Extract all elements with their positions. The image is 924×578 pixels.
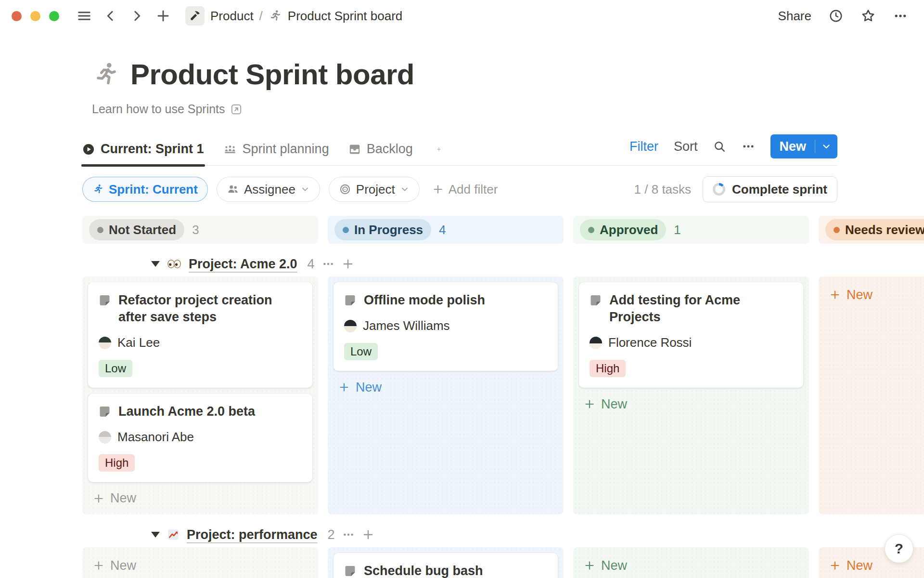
column-header-in-progress[interactable]: In Progress 4 <box>328 216 564 244</box>
breadcrumb-root[interactable]: Product <box>210 9 254 24</box>
search-icon[interactable] <box>713 140 726 153</box>
new-task-split-button[interactable]: New <box>770 134 837 158</box>
new-task-button[interactable]: New <box>579 394 803 415</box>
page-doc-icon <box>590 294 602 306</box>
add-filter-button[interactable]: Add filter <box>432 182 498 197</box>
column-header-not-started[interactable]: Not Started 3 <box>82 216 318 244</box>
plus-icon <box>338 381 350 393</box>
new-button-dropdown[interactable] <box>815 141 837 152</box>
new-task-button[interactable]: New <box>579 555 803 576</box>
runner-icon <box>269 9 282 23</box>
tab-current-sprint[interactable]: Current: Sprint 1 <box>82 142 204 165</box>
column-label: Needs review <box>845 223 924 237</box>
tab-sprint-planning[interactable]: Sprint planning <box>223 142 329 165</box>
lane-needs-review: New <box>819 276 924 514</box>
assignee-name: Masanori Abe <box>117 430 194 445</box>
lane-in-progress: Offline mode polish James Williams Low N… <box>328 276 564 514</box>
group-options-icon[interactable] <box>342 528 355 541</box>
new-label: New <box>356 380 382 395</box>
updates-clock-icon[interactable] <box>829 9 843 23</box>
lane-not-started: Refactor project creation after save ste… <box>82 276 318 514</box>
group-add-icon[interactable] <box>342 258 354 270</box>
column-label: Approved <box>600 223 658 237</box>
runner-icon <box>92 184 104 195</box>
card-title: Launch Acme 2.0 beta <box>118 403 255 420</box>
card-title: Add testing for Acme Projects <box>609 292 793 326</box>
group-add-icon[interactable] <box>362 528 374 541</box>
more-options-icon[interactable] <box>893 9 908 23</box>
page-doc-icon <box>99 406 111 418</box>
avatar <box>99 337 111 349</box>
new-button-label[interactable]: New <box>770 139 815 154</box>
group-performance-row: New Schedule bug bash New <box>82 547 924 578</box>
group-title[interactable]: Project: performance <box>187 527 318 542</box>
collapse-triangle-icon[interactable] <box>151 261 160 267</box>
window-zoom-button[interactable] <box>49 11 59 21</box>
add-filter-label: Add filter <box>449 182 498 197</box>
page-runner-icon[interactable] <box>92 61 120 89</box>
plus-icon <box>432 184 444 195</box>
window-controls <box>12 11 59 21</box>
new-task-button[interactable]: New <box>824 284 924 305</box>
complete-sprint-label: Complete sprint <box>732 182 827 197</box>
avatar <box>590 337 602 349</box>
assignee-name: Kai Lee <box>117 335 160 350</box>
view-tabs-bar: Current: Sprint 1 Sprint planning Backlo… <box>82 134 837 166</box>
status-dot <box>588 227 594 233</box>
sort-button[interactable]: Sort <box>674 139 698 154</box>
group-options-icon[interactable] <box>322 258 334 270</box>
column-label: In Progress <box>354 223 423 237</box>
new-page-icon[interactable] <box>155 8 171 24</box>
sprint-filter-chip[interactable]: Sprint: Current <box>82 177 208 202</box>
favorite-star-icon[interactable] <box>860 8 876 24</box>
teamspace-hammer-icon[interactable] <box>185 6 205 26</box>
new-task-button[interactable]: New <box>334 377 558 398</box>
add-view-icon[interactable] <box>432 147 446 160</box>
view-options-icon[interactable] <box>742 140 755 153</box>
column-label: Not Started <box>109 223 176 237</box>
task-card-launch[interactable]: Launch Acme 2.0 beta Masanori Abe High <box>88 394 312 482</box>
kanban-board: Not Started 3 In Progress 4 Approved 1 N… <box>82 216 924 578</box>
breadcrumb-separator: / <box>259 9 263 24</box>
column-header-approved[interactable]: Approved 1 <box>573 216 809 244</box>
assignee-filter-chip[interactable]: Assignee <box>217 177 320 202</box>
lane-in-progress: Schedule bug bash <box>328 547 564 578</box>
task-card-testing[interactable]: Add testing for Acme Projects Florence R… <box>579 282 803 388</box>
tab-backlog[interactable]: Backlog <box>348 142 413 165</box>
collapse-triangle-icon[interactable] <box>151 532 160 538</box>
window-minimize-button[interactable] <box>30 11 40 21</box>
window-close-button[interactable] <box>12 11 22 21</box>
chip-label: Sprint: Current <box>109 182 198 197</box>
page-doc-icon <box>344 565 356 577</box>
sidebar-menu-icon[interactable] <box>77 8 92 24</box>
column-header-needs-review[interactable]: Needs review <box>819 216 924 244</box>
new-task-button[interactable]: New <box>88 555 312 576</box>
forward-icon[interactable] <box>129 9 144 23</box>
breadcrumb-page[interactable]: Product Sprint board <box>288 9 402 24</box>
task-card-bugbash[interactable]: Schedule bug bash <box>334 553 558 578</box>
group-count: 4 <box>308 257 315 272</box>
column-count: 1 <box>674 223 680 237</box>
group-title[interactable]: Project: Acme 2.0 <box>189 257 297 272</box>
help-button[interactable]: ? <box>885 534 913 563</box>
priority-tag: High <box>590 360 626 377</box>
new-label: New <box>847 288 873 302</box>
new-label: New <box>847 558 873 573</box>
play-circle-icon <box>82 143 95 156</box>
project-filter-chip[interactable]: Project <box>329 177 420 202</box>
status-dot <box>97 227 103 233</box>
share-button[interactable]: Share <box>778 9 811 24</box>
filter-button[interactable]: Filter <box>629 139 658 154</box>
task-card-refactor[interactable]: Refactor project creation after save ste… <box>88 282 312 388</box>
back-icon[interactable] <box>103 9 118 23</box>
page-header: Product Sprint board Learn how to use Sp… <box>92 59 924 116</box>
external-link-icon[interactable] <box>230 103 243 116</box>
card-title: Offline mode polish <box>364 292 485 309</box>
target-icon <box>339 183 351 196</box>
task-card-offline[interactable]: Offline mode polish James Williams Low <box>334 282 558 371</box>
learn-sprints-link[interactable]: Learn how to use Sprints <box>92 102 225 116</box>
new-task-button[interactable]: New <box>88 488 312 509</box>
column-count: 4 <box>439 223 446 237</box>
chevron-down-icon <box>821 141 832 152</box>
complete-sprint-button[interactable]: Complete sprint <box>703 176 837 202</box>
